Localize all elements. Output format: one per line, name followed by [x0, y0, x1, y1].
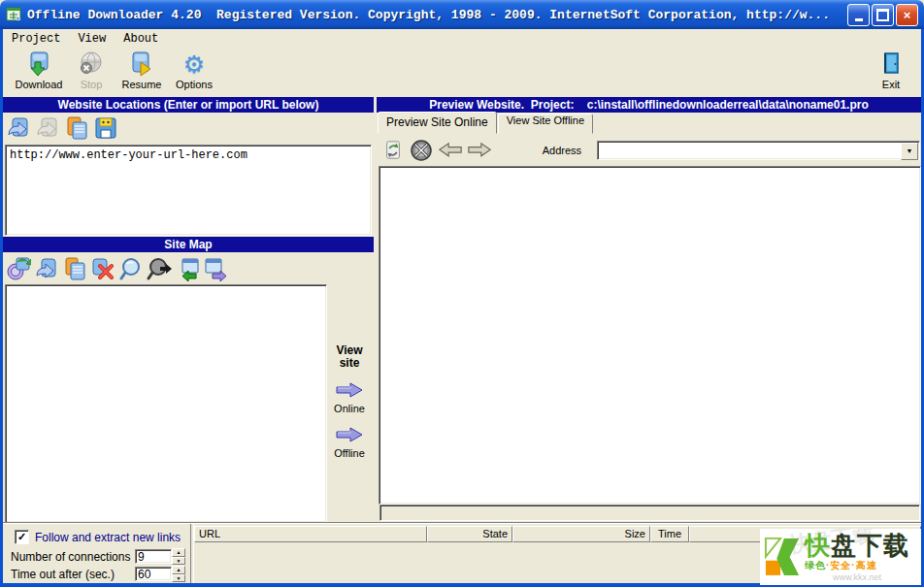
connections-row: Number of connections 9 ▲ ▼: [11, 548, 185, 565]
view-site-panel: View site Online Offline: [325, 284, 374, 521]
follow-links-checkbox[interactable]: ✓: [15, 530, 29, 544]
download-button[interactable]: Download: [11, 50, 67, 93]
connections-spin-up[interactable]: ▲: [172, 548, 185, 557]
column-time[interactable]: Time: [650, 526, 689, 542]
sitemap-delete-icon[interactable]: [90, 254, 116, 283]
checkmark-icon: ✓: [17, 531, 26, 543]
exit-button[interactable]: Exit: [869, 50, 913, 93]
sitemap-header: Site Map: [3, 237, 374, 252]
menu-about[interactable]: About: [115, 30, 167, 48]
refresh-icon: [382, 140, 404, 161]
url-list-input[interactable]: http://www.enter-your-url-here.com: [5, 145, 372, 236]
stop-loading-icon: [410, 139, 433, 162]
online-label: Online: [325, 403, 374, 414]
forward-arrow-icon: [467, 142, 492, 158]
options-button[interactable]: ⚙ Options: [170, 50, 218, 93]
sitemap-toolbar: [6, 254, 228, 283]
exit-label: Exit: [882, 79, 900, 90]
view-online-button[interactable]: Online: [325, 381, 374, 414]
preview-tabs: Preview Site Online View Site Offline: [378, 114, 594, 134]
kuaipan-watermark: 快盘下载 绿色·安全·高速 www.kkx.net 快盘下载: [760, 529, 921, 585]
sitemap-list[interactable]: [5, 284, 327, 523]
options-gear-icon: ⚙: [183, 50, 205, 78]
preview-content-area[interactable]: [379, 166, 921, 505]
add-url-disabled-icon[interactable]: [35, 114, 60, 143]
sitemap-export-icon[interactable]: [203, 254, 228, 283]
window-border-left: [0, 29, 3, 587]
minimize-button[interactable]: [847, 4, 870, 26]
app-icon: [6, 7, 22, 22]
minimize-icon: [855, 18, 863, 21]
sitemap-import-icon[interactable]: [175, 254, 200, 283]
tab-preview-site-online[interactable]: Preview Site Online: [378, 112, 497, 134]
connections-label: Number of connections: [11, 550, 135, 564]
download-label: Download: [16, 79, 63, 90]
view-offline-button[interactable]: Offline: [325, 426, 374, 459]
menu-view[interactable]: View: [69, 30, 115, 48]
tab-view-site-offline[interactable]: View Site Offline: [498, 114, 593, 134]
preview-toolbar: Address ▼: [378, 135, 920, 165]
exit-door-icon: [877, 50, 905, 78]
add-url-icon[interactable]: [6, 114, 31, 143]
options-label: Options: [176, 79, 213, 90]
maximize-button[interactable]: [872, 4, 894, 26]
view-site-label-line2: site: [325, 357, 374, 370]
watermark-title-first: 快: [805, 531, 831, 560]
online-arrow-icon: [335, 381, 364, 399]
follow-links-checkbox-row: ✓ Follow and extract new links: [15, 530, 181, 544]
timeout-label: Time out after (sec.): [11, 568, 135, 581]
address-label: Address: [543, 145, 581, 156]
window-title: Offline Downloader 4.20 Registered Versi…: [27, 8, 847, 22]
resume-label: Resume: [122, 79, 162, 90]
import-url-file-icon[interactable]: [93, 114, 118, 143]
menu-project[interactable]: Project: [3, 30, 69, 48]
dropdown-arrow-icon: ▼: [907, 147, 913, 154]
watermark-title-rest: 盘下载: [831, 531, 909, 560]
close-icon: ×: [904, 8, 911, 22]
url-toolbar: [6, 114, 118, 143]
stop-icon: [78, 50, 105, 78]
maximize-icon: [876, 9, 889, 21]
address-combobox[interactable]: ▼: [597, 141, 920, 160]
timeout-input[interactable]: 60: [135, 567, 172, 581]
sitemap-update-icon[interactable]: [6, 254, 31, 283]
preview-project-header: Preview Website. Project: c:\install\off…: [377, 97, 921, 113]
preview-status-bar: [380, 505, 920, 521]
timeout-spin-up[interactable]: ▲: [172, 566, 185, 574]
paste-url-icon[interactable]: [64, 114, 89, 143]
close-button[interactable]: ×: [896, 4, 918, 26]
connections-spin-down[interactable]: ▼: [172, 557, 185, 566]
sitemap-find-icon[interactable]: [118, 254, 144, 283]
main-toolbar: Download Stop Resume ⚙ Options: [3, 49, 921, 95]
column-size[interactable]: Size: [512, 526, 650, 542]
forward-button[interactable]: [467, 138, 492, 163]
watermark-subtitle-green: 绿色: [805, 560, 826, 571]
watermark-site-url: www.kkx.net: [805, 572, 909, 582]
timeout-spin-down[interactable]: ▼: [172, 574, 185, 583]
app-window: Offline Downloader 4.20 Registered Versi…: [0, 0, 924, 587]
title-bar[interactable]: Offline Downloader 4.20 Registered Versi…: [0, 0, 924, 29]
offline-label: Offline: [325, 447, 374, 459]
back-arrow-icon: [438, 142, 463, 158]
watermark-subtitle-orange: ·安全·高速: [826, 560, 877, 571]
follow-links-label: Follow and extract new links: [35, 531, 181, 544]
refresh-button[interactable]: [381, 138, 406, 163]
website-locations-header: Website Locations (Enter or import URL b…: [3, 97, 374, 113]
timeout-row: Time out after (sec.) 60 ▲ ▼: [11, 566, 185, 582]
sitemap-copy-icon[interactable]: [62, 254, 87, 283]
column-url[interactable]: URL: [194, 526, 427, 542]
address-dropdown-button[interactable]: ▼: [901, 143, 918, 160]
resume-button[interactable]: Resume: [116, 50, 168, 93]
column-state[interactable]: State: [427, 526, 512, 542]
sitemap-find-next-icon[interactable]: [147, 254, 172, 283]
stop-button[interactable]: Stop: [69, 50, 114, 93]
download-icon: [25, 50, 52, 78]
sitemap-open-icon[interactable]: [34, 254, 59, 283]
connections-input[interactable]: 9: [135, 549, 172, 564]
offline-arrow-icon: [335, 426, 364, 443]
stop-loading-button[interactable]: [410, 138, 434, 163]
menu-bar: Project View About: [3, 29, 921, 49]
stop-label: Stop: [81, 79, 103, 90]
resume-icon: [128, 50, 155, 78]
back-button[interactable]: [438, 138, 463, 163]
